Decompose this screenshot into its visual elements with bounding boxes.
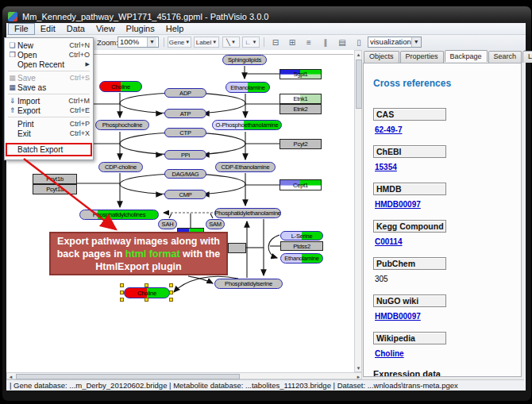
pathway-node-ethanolamine-top[interactable]: Ethanolamine	[226, 82, 270, 93]
pathway-node-cdp-ethanolamine[interactable]: CDP-Ethanolamine	[215, 162, 276, 172]
pathway-node-ctp[interactable]: CTP	[164, 128, 206, 137]
pathway-node-sphingolipids[interactable]: Sphingolipids	[222, 55, 267, 65]
xref-value-wikipedia[interactable]: Choline	[375, 349, 521, 358]
file-menu-item-exit[interactable]: ExitCtrl+X	[5, 129, 93, 138]
pathway-node-phosphocholine[interactable]: Phosphocholine	[95, 120, 149, 130]
canvas-horizontal-scrollbar[interactable]: ◄ ►	[6, 372, 362, 379]
pathway-node-cmp[interactable]: CMP	[164, 190, 206, 199]
pathway-node-adp[interactable]: ADP	[164, 88, 206, 98]
pathvisio-window: Mm_Kennedy_pathway_WP1771_45176.gpml - P…	[0, 0, 532, 404]
scrollbar-thumb[interactable]	[356, 60, 362, 109]
pathway-node-etnk1[interactable]: Etnk1	[279, 94, 322, 104]
pathway-node-ptdss2[interactable]: Ptdss2	[280, 241, 323, 251]
save-icon: ▦	[7, 74, 17, 82]
datanode-tool-button[interactable]: Gene▼	[168, 37, 191, 48]
file-menu-item-print[interactable]: PrintCtrl+P	[5, 119, 93, 129]
tab-legend[interactable]: Legend	[522, 51, 532, 63]
pathway-node-cdp-choline[interactable]: CDP-choline	[98, 162, 143, 172]
file-menu-item-export[interactable]: ⇑ExportCtrl+E	[5, 106, 93, 115]
align-center-y-icon[interactable]: ⊞	[285, 37, 299, 48]
page-setup-icon[interactable]: ▯	[352, 37, 366, 48]
file-menu-item-save-as[interactable]: ▦Save as	[5, 83, 93, 92]
pathway-node-sam[interactable]: SAM	[206, 219, 225, 229]
scrollbar-thumb[interactable]	[16, 374, 240, 379]
expression-data-heading: Expression data	[373, 369, 521, 377]
pathway-node-phosphatidylcholines[interactable]: Phosphatidylcholines	[79, 210, 159, 220]
menu-help[interactable]: Help	[160, 23, 190, 34]
canvas-vertical-scrollbar[interactable]: ▲ ▼	[354, 50, 362, 372]
file-menu-popup: ❏NewCtrl+N❒OpenCtrl+OOpen Recent▶▦SaveCt…	[4, 37, 94, 160]
menu-file[interactable]: File	[8, 23, 35, 35]
xref-header-nugo-wiki: NuGO wiki	[373, 294, 446, 307]
selection-handle[interactable]	[120, 283, 124, 287]
visualization-combobox[interactable]: visualization▼	[368, 37, 422, 48]
import-icon: ⇓	[7, 97, 17, 105]
pathway-node-cept1[interactable]: Cept1	[279, 179, 322, 190]
connector-tool-button[interactable]: ∟▼	[242, 37, 260, 48]
pathway-node-phosphatidylserine[interactable]: Phosphatidylserine	[214, 279, 283, 289]
xref-value-hmdb[interactable]: HMDB00097	[375, 200, 521, 209]
pathway-node-etnk2[interactable]: Etnk2	[279, 104, 322, 114]
xref-value-nugo-wiki[interactable]: HMDB00097	[375, 312, 521, 321]
chevron-down-icon[interactable]: ▼	[147, 37, 156, 47]
pathway-node-pcyt1a[interactable]: Pcyt1a	[33, 184, 77, 194]
xref-value-cas[interactable]: 62-49-7	[375, 125, 521, 134]
toolbar-separator	[164, 37, 164, 47]
file-menu-item-open-recent[interactable]: Open Recent▶	[5, 60, 93, 69]
pathway-node-pcyt1b[interactable]: Pcyt1b	[33, 174, 77, 184]
menu-edit[interactable]: Edit	[35, 23, 61, 34]
selection-handle[interactable]	[120, 290, 124, 294]
pathway-node-o-phosphoethanolamine[interactable]: O-Phosphoethanolamine	[212, 120, 282, 130]
pathway-node-sgpl1[interactable]: Sgpl1	[279, 69, 322, 79]
selection-handle[interactable]	[169, 298, 173, 302]
selection-handle[interactable]	[169, 283, 173, 287]
align-center-x-icon[interactable]: ⊟	[268, 37, 283, 48]
xref-value-chebi[interactable]: 15354	[375, 163, 521, 171]
stack-icon[interactable]: ▤	[335, 37, 349, 48]
title-bar[interactable]: Mm_Kennedy_pathway_WP1771_45176.gpml - P…	[8, 10, 268, 24]
chevron-down-icon[interactable]: ▼	[411, 37, 421, 47]
annotation-callout: Export pathway images along with back pa…	[49, 232, 228, 275]
tab-properties[interactable]: Properties	[400, 51, 444, 63]
pathway-node-atp[interactable]: ATP	[164, 109, 206, 118]
pathway-node-choline-top[interactable]: Choline	[99, 81, 142, 92]
menu-view[interactable]: View	[91, 23, 121, 34]
pathway-node-dag-mag[interactable]: DAG/MAG	[164, 169, 206, 179]
toolbar-separator	[264, 37, 264, 47]
file-menu-item-open[interactable]: ❒OpenCtrl+O	[5, 50, 93, 60]
tab-backpage[interactable]: Backpage	[445, 50, 488, 62]
pathway-node-ethanolamine-bottom[interactable]: Ethanolamine	[280, 253, 323, 264]
zoom-combobox[interactable]: 100%▼	[118, 37, 159, 48]
pathway-node-sah[interactable]: SAH	[158, 219, 177, 229]
chevron-down-icon: ▼	[231, 40, 236, 44]
file-menu-item-import[interactable]: ⇓ImportCtrl+M	[5, 96, 93, 106]
file-menu-item-batch-export[interactable]: Batch Export	[6, 143, 92, 156]
pathway-node-pcyt2[interactable]: Pcyt2	[279, 139, 322, 149]
pathway-node-l-serine[interactable]: L-Serine	[280, 231, 323, 240]
selection-handle[interactable]	[169, 290, 173, 294]
menu-plugins[interactable]: Plugins	[121, 23, 160, 34]
distribute-horizontal-icon[interactable]: ∥	[318, 37, 333, 48]
file-menu-item-new[interactable]: ❏NewCtrl+N	[5, 40, 93, 50]
tab-search[interactable]: Search	[488, 51, 522, 63]
xref-header-pubchem: PubChem	[373, 257, 446, 270]
selection-handle[interactable]	[120, 298, 124, 302]
sidebar-tabs: ObjectsPropertiesBackpageSearchLegend	[364, 51, 532, 63]
xref-value-kegg-compound[interactable]: C00114	[375, 237, 521, 246]
pathway-node-phosphatidylethanolamine[interactable]: Phosphatidylethanolamine	[214, 208, 281, 218]
line-tool-button[interactable]: ╲▼	[222, 37, 240, 48]
pathway-node-ppi[interactable]: PPi	[164, 150, 206, 160]
scroll-up-icon[interactable]: ▲	[355, 51, 362, 58]
file-menu-item-save[interactable]: ▦SaveCtrl+S	[5, 73, 93, 83]
pathway-node-hidden-gene-box[interactable]	[228, 243, 246, 253]
selection-handle[interactable]	[145, 283, 148, 287]
connector-icon: ∟	[245, 39, 252, 46]
distribute-vertical-icon[interactable]: ≡	[302, 37, 316, 48]
pathway-node-choline-bottom[interactable]: Choline	[124, 287, 170, 298]
scroll-down-icon[interactable]: ▼	[355, 364, 362, 371]
label-tool-button[interactable]: Label▼	[194, 37, 219, 48]
selection-handle[interactable]	[145, 298, 148, 302]
menu-data[interactable]: Data	[61, 23, 91, 34]
tab-objects[interactable]: Objects	[364, 51, 399, 63]
line-icon: ╲	[226, 39, 230, 46]
